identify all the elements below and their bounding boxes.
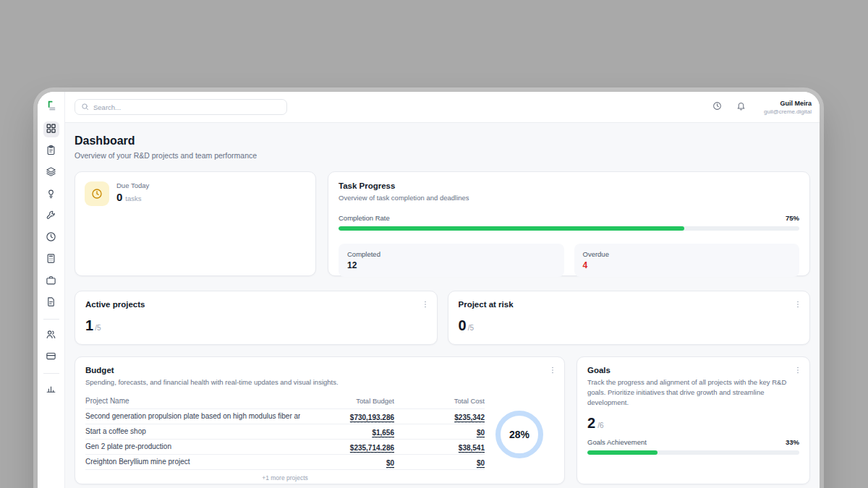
project-name-cell: Start a coffee shop bbox=[85, 427, 300, 435]
budget-donut-area: 28% bbox=[485, 394, 554, 475]
wrench-icon bbox=[46, 210, 56, 223]
goals-achievement-value: 33% bbox=[786, 438, 799, 446]
goals-title: Goals bbox=[587, 366, 799, 374]
dashboard-content: Dashboard Overview of your R&D projects … bbox=[65, 123, 820, 488]
sidebar-item-portfolio[interactable] bbox=[43, 273, 59, 289]
sidebar-nav bbox=[43, 121, 59, 398]
budget-card: Budget Spending, forecasts, and financia… bbox=[75, 356, 565, 484]
app-window: V1.0 bbox=[38, 92, 820, 488]
clock-icon bbox=[712, 100, 722, 114]
kebab-menu-icon[interactable] bbox=[793, 299, 803, 310]
active-projects-value: 1 bbox=[85, 317, 93, 334]
completion-rate-label: Completion Rate bbox=[339, 214, 390, 222]
history-button[interactable] bbox=[710, 100, 724, 114]
row-overview: Due Today 0 tasks Task Progress Overview… bbox=[75, 171, 810, 276]
kebab-menu-icon[interactable] bbox=[548, 364, 558, 376]
topbar-right: Guil Meira guil@creme.digital bbox=[710, 100, 812, 115]
goals-card: Goals Track the progress and alignment o… bbox=[576, 356, 810, 484]
sidebar-item-tools[interactable] bbox=[43, 208, 59, 224]
total-cost-cell[interactable]: $38,541 bbox=[459, 444, 485, 453]
sidebar-item-finance[interactable] bbox=[43, 252, 59, 267]
search-box[interactable] bbox=[75, 99, 287, 115]
goals-value: 2 bbox=[587, 415, 595, 432]
total-budget-cell[interactable]: $0 bbox=[386, 459, 394, 468]
search-input[interactable] bbox=[93, 103, 281, 111]
goals-total: /6 bbox=[597, 421, 603, 429]
dashboard-grid-icon bbox=[46, 123, 56, 137]
page-subtitle: Overview of your R&D projects and team p… bbox=[75, 151, 810, 160]
sidebar-divider bbox=[43, 373, 59, 374]
due-today-card: Due Today 0 tasks bbox=[75, 171, 316, 276]
total-cost-cell[interactable]: $0 bbox=[477, 429, 485, 438]
overdue-stat: Overdue 4 bbox=[574, 244, 800, 277]
active-projects-title: Active projects bbox=[85, 300, 427, 309]
page-title: Dashboard bbox=[75, 134, 810, 147]
app-logo-icon[interactable] bbox=[46, 100, 57, 114]
clipboard-icon bbox=[46, 145, 56, 158]
total-cost-cell[interactable]: $235,342 bbox=[454, 414, 485, 423]
budget-subtitle: Spending, forecasts, and financial healt… bbox=[85, 377, 554, 388]
search-icon bbox=[81, 100, 89, 114]
project-at-risk-card: Project at risk 0 /5 bbox=[448, 291, 811, 345]
project-at-risk-title: Project at risk bbox=[459, 300, 800, 309]
due-today-value: 0 bbox=[116, 191, 122, 203]
user-menu[interactable]: Guil Meira guil@creme.digital bbox=[764, 100, 812, 115]
user-name: Guil Meira bbox=[764, 100, 812, 107]
total-budget-cell[interactable]: $730,193.286 bbox=[350, 414, 394, 423]
more-projects-link[interactable]: +1 more projects bbox=[85, 474, 485, 481]
total-budget-cell[interactable]: $235,714.286 bbox=[350, 444, 394, 453]
goals-progress-fill bbox=[587, 450, 658, 455]
completed-label: Completed bbox=[347, 250, 556, 258]
project-name-cell: Second generation propulsion plate based… bbox=[85, 412, 300, 420]
project-name-cell: Creighton Beryllium mine project bbox=[85, 458, 300, 466]
sidebar-item-projects[interactable] bbox=[43, 165, 59, 181]
table-row[interactable]: Gen 2 plate pre-production $235,714.286 … bbox=[85, 440, 485, 455]
sidebar-item-time[interactable] bbox=[43, 230, 59, 246]
main-area: Guil Meira guil@creme.digital Dashboard … bbox=[65, 92, 820, 488]
due-today-unit: tasks bbox=[125, 194, 141, 202]
table-row[interactable]: Second generation propulsion plate based… bbox=[85, 409, 485, 424]
notifications-button[interactable] bbox=[733, 100, 748, 114]
bell-icon bbox=[736, 100, 746, 114]
kebab-menu-icon[interactable] bbox=[793, 364, 803, 376]
sidebar-item-ideas[interactable] bbox=[43, 187, 59, 202]
row-budget-goals: Budget Spending, forecasts, and financia… bbox=[75, 356, 810, 484]
sidebar: V1.0 bbox=[38, 92, 65, 488]
completed-stat: Completed 12 bbox=[339, 244, 564, 277]
sidebar-item-dashboard[interactable] bbox=[43, 121, 59, 137]
table-row[interactable]: Creighton Beryllium mine project $0 $0 bbox=[85, 455, 485, 470]
completed-value: 12 bbox=[347, 260, 556, 270]
briefcase-icon bbox=[46, 275, 56, 288]
due-today-clock-icon bbox=[85, 181, 109, 206]
calculator-icon bbox=[46, 253, 56, 267]
overdue-value: 4 bbox=[583, 260, 791, 270]
table-row[interactable]: Start a coffee shop $1,656 $0 bbox=[85, 424, 485, 440]
project-at-risk-total: /5 bbox=[468, 324, 474, 332]
col-total-cost: Total Cost bbox=[394, 397, 485, 405]
col-project-name: Project Name bbox=[85, 397, 300, 405]
sidebar-item-team[interactable] bbox=[43, 328, 59, 343]
active-projects-card: Active projects 1 /5 bbox=[75, 291, 438, 345]
document-icon bbox=[46, 296, 56, 310]
clock-icon bbox=[46, 231, 56, 245]
col-total-budget: Total Budget bbox=[300, 397, 394, 405]
topbar: Guil Meira guil@creme.digital bbox=[65, 92, 820, 123]
completion-progress-bar bbox=[339, 226, 799, 231]
kebab-menu-icon[interactable] bbox=[420, 299, 430, 310]
budget-donut-chart: 28% bbox=[495, 411, 543, 458]
total-cost-cell[interactable]: $0 bbox=[477, 459, 485, 468]
row-counts: Active projects 1 /5 Project at risk bbox=[75, 291, 810, 345]
project-at-risk-value: 0 bbox=[459, 317, 467, 334]
sidebar-item-tasks[interactable] bbox=[43, 143, 59, 159]
total-budget-cell[interactable]: $1,656 bbox=[372, 429, 394, 438]
bar-chart-icon bbox=[46, 383, 56, 397]
sidebar-item-analytics[interactable] bbox=[43, 382, 59, 398]
sidebar-item-billing[interactable] bbox=[43, 349, 59, 365]
lightbulb-icon bbox=[46, 188, 56, 202]
goals-progress-bar bbox=[587, 450, 799, 455]
task-progress-title: Task Progress bbox=[339, 181, 799, 190]
overdue-label: Overdue bbox=[583, 250, 791, 258]
budget-table-header: Project Name Total Budget Total Cost bbox=[85, 394, 485, 409]
sidebar-item-documents[interactable] bbox=[43, 295, 59, 311]
completion-progress-fill bbox=[339, 226, 684, 231]
